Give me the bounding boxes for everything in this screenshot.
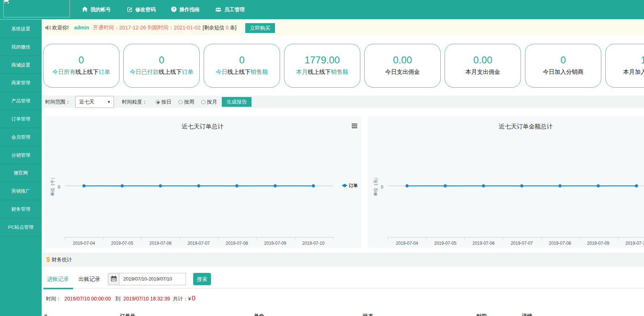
svg-text:2019-07-07: 2019-07-07: [187, 241, 210, 246]
svg-text:2019-07-06: 2019-07-06: [473, 241, 495, 246]
svg-text:2019-07-04: 2019-07-04: [73, 241, 95, 246]
svg-text:2019-07-08: 2019-07-08: [226, 241, 248, 246]
svg-text:0: 0: [381, 185, 384, 190]
svg-text:2019-07-09: 2019-07-09: [587, 241, 610, 246]
svg-text:2019-07-07: 2019-07-07: [510, 241, 533, 246]
svg-text:2019-07-10: 2019-07-10: [626, 241, 644, 246]
svg-text:订单: 订单: [348, 183, 358, 188]
svg-text:2019-07-08: 2019-07-08: [549, 241, 571, 246]
svg-text:单位（个）: 单位（个）: [50, 175, 55, 196]
svg-text:2019-07-05: 2019-07-05: [434, 241, 457, 246]
svg-text:单位（元）: 单位（元）: [373, 175, 378, 196]
svg-text:?: ?: [173, 7, 175, 12]
svg-text:0: 0: [58, 185, 60, 190]
svg-text:近七天订单金额总计: 近七天订单金额总计: [499, 123, 553, 130]
svg-text:2019-07-06: 2019-07-06: [149, 241, 172, 246]
svg-text:2019-07-10: 2019-07-10: [302, 241, 325, 246]
svg-text:近七天订单总计: 近七天订单总计: [182, 123, 224, 130]
svg-text:2019-07-05: 2019-07-05: [111, 241, 134, 246]
svg-text:2019-07-04: 2019-07-04: [396, 241, 418, 246]
svg-text:2019-07-09: 2019-07-09: [264, 241, 287, 246]
